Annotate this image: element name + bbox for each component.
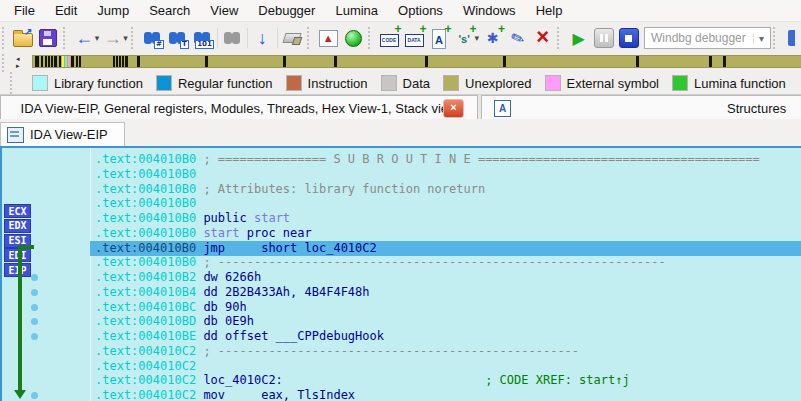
arrow-left-icon <box>75 28 93 49</box>
disasm-line[interactable]: .text:004010C2 <box>2 359 801 374</box>
navigate-back-button[interactable] <box>72 25 97 51</box>
address-marker-dot <box>31 274 38 281</box>
ida-view-icon <box>7 127 24 143</box>
navband-bar <box>79 56 81 67</box>
start-process-button[interactable] <box>566 25 591 51</box>
attach-button[interactable] <box>782 25 801 51</box>
menu-options[interactable]: Options <box>388 1 453 20</box>
make-data-button[interactable]: + <box>402 25 427 51</box>
chevron-down-icon[interactable]: ▾ <box>753 33 770 44</box>
menu-windows[interactable]: Windows <box>453 1 526 20</box>
menu-debugger[interactable]: Debugger <box>248 1 325 20</box>
navband-bar <box>76 56 78 67</box>
legend-swatch <box>672 75 688 91</box>
navband-scroll-left-icon[interactable]: ◂ <box>16 55 32 62</box>
register-label-edx: EDX <box>4 219 31 233</box>
disasm-line[interactable]: .text:004010B0 ; =============== S U B R… <box>2 152 801 167</box>
open-file-button[interactable] <box>11 25 36 51</box>
toolbar-group <box>316 25 366 51</box>
code-segment: jmp short loc_4010C2 <box>203 241 376 255</box>
disasm-line[interactable]: .text:004010C2 ; -----------------------… <box>2 344 801 359</box>
disasm-line[interactable]: .text:004010BE dd offset ___CPPdebugHook <box>2 329 801 344</box>
disasm-line[interactable]: .text:004010BD db 0E9h <box>2 314 801 329</box>
edit-patch-button[interactable] <box>505 25 530 51</box>
disasm-line[interactable]: .text:004010C2 loc_4010C2: ; CODE XREF: … <box>2 373 801 388</box>
tab-ida-view-group[interactable]: IDA View-EIP, General registers, Modules… <box>0 95 478 120</box>
floppy-icon <box>39 29 57 47</box>
navigation-band-strip[interactable] <box>32 55 801 68</box>
navband-bar <box>137 56 140 67</box>
down-arrow-icon <box>258 28 267 49</box>
disasm-line[interactable]: .text:004010B0 ; -----------------------… <box>2 255 801 270</box>
debugger-combo[interactable]: Windbg debugger▾ <box>644 27 771 49</box>
disasm-line[interactable]: .text:004010C2 mov eax, TlsIndex <box>2 388 801 401</box>
navband-bar <box>41 56 43 67</box>
problems-button[interactable] <box>316 25 341 51</box>
undefine-button[interactable] <box>530 25 555 51</box>
pencil-icon <box>511 29 524 48</box>
lumina-button[interactable] <box>341 25 366 51</box>
stop-process-button[interactable] <box>616 25 641 51</box>
code-segment: dd 2B2B433Ah, 4B4F4F48h <box>203 285 369 299</box>
menu-file[interactable]: File <box>4 1 45 20</box>
toolbar-group: ++++▾+ <box>377 25 556 51</box>
legend-label: Lumina function <box>694 76 786 91</box>
code-segment: dw 6266h <box>203 270 261 284</box>
pause-process-button[interactable] <box>591 25 616 51</box>
save-file-button[interactable] <box>36 25 61 51</box>
navigate-forward-button[interactable] <box>100 25 125 51</box>
toolbar-grip <box>2 27 8 49</box>
navband-bar <box>425 56 428 67</box>
menu-lumina[interactable]: Lumina <box>325 1 388 20</box>
navband-scroll-buttons: ◂ ▸ <box>16 54 32 70</box>
code-segment: db 90h <box>203 300 246 314</box>
menu-edit[interactable]: Edit <box>45 1 87 20</box>
address: .text:004010B0 <box>95 182 203 196</box>
disasm-line[interactable]: .text:004010B4 dd 2B2B433Ah, 4B4F4F48h <box>2 285 801 300</box>
disasm-line[interactable]: .text:004010B0 start proc near <box>2 226 801 241</box>
toolbar-separator <box>277 28 278 48</box>
disassembly-view[interactable]: .text:004010B0 ; =============== S U B R… <box>0 146 801 401</box>
jump-down-button[interactable] <box>250 25 275 51</box>
code-segment: dd offset ___CPPdebugHook <box>203 329 384 343</box>
address: .text:004010B0 <box>95 152 203 166</box>
toolbar-grip <box>307 27 313 49</box>
disasm-line[interactable]: .text:004010B2 dw 6266h <box>2 270 801 285</box>
search-text-button[interactable]: T <box>165 25 190 51</box>
search-binary-button[interactable]: 101 <box>190 25 215 51</box>
navband-bar <box>125 56 128 67</box>
disasm-line[interactable]: .text:004010B0 <box>2 196 801 211</box>
disasm-line[interactable]: .text:004010B0 jmp short loc_4010C2 <box>2 241 801 256</box>
jump-to-address-button[interactable]: # <box>140 25 165 51</box>
tab-structures-label: Structures <box>727 101 786 116</box>
menu-bar: FileEditJumpSearchViewDebuggerLuminaOpti… <box>0 0 801 22</box>
menu-jump[interactable]: Jump <box>87 1 139 20</box>
menu-help[interactable]: Help <box>526 1 573 20</box>
make-struct-button[interactable]: + <box>452 25 477 51</box>
tab-structures[interactable]: Structures <box>481 95 801 120</box>
toolbar-grip <box>63 27 69 49</box>
address: .text:004010B0 <box>95 196 203 210</box>
make-array-button[interactable]: + <box>480 25 505 51</box>
folder-icon <box>13 33 33 47</box>
toolbar-group: #T101 <box>140 25 305 51</box>
jump-flow-arrowhead-icon <box>14 390 26 399</box>
address: .text:004010B0 <box>95 255 203 269</box>
search-next-button[interactable] <box>220 25 245 51</box>
eraser-button[interactable] <box>280 25 305 51</box>
navband-scroll-right-icon[interactable]: ▸ <box>16 62 32 69</box>
make-code-button[interactable]: + <box>377 25 402 51</box>
disasm-line[interactable]: .text:004010B0 ; Attributes: library fun… <box>2 182 801 197</box>
disasm-line[interactable]: .text:004010B0 public start <box>2 211 801 226</box>
menu-search[interactable]: Search <box>139 1 200 20</box>
address: .text:004010B0 <box>95 226 203 240</box>
close-tab-button[interactable]: × <box>443 99 464 118</box>
make-string-button[interactable]: + <box>427 25 452 51</box>
navband-bar <box>119 56 121 67</box>
tab-ida-view-eip[interactable]: IDA View-EIP <box>0 122 125 146</box>
disasm-line[interactable]: .text:004010BC db 90h <box>2 300 801 315</box>
red-cross-icon <box>536 28 549 48</box>
disasm-line[interactable]: .text:004010B0 <box>2 167 801 182</box>
play-icon <box>572 29 584 48</box>
menu-view[interactable]: View <box>200 1 248 20</box>
